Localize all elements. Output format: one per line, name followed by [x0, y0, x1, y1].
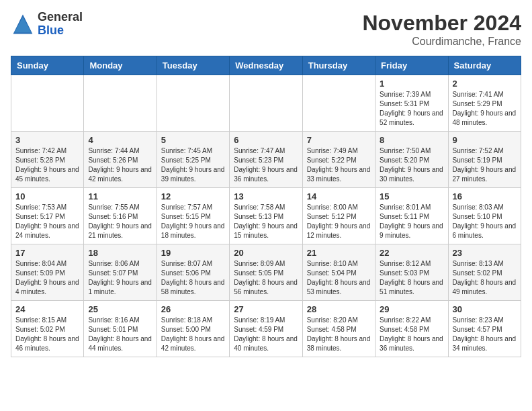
day-number: 1	[380, 79, 443, 89]
column-header-monday: Monday	[84, 56, 157, 75]
day-number: 6	[234, 135, 298, 145]
day-number: 20	[234, 248, 298, 258]
calendar-cell: 21Sunrise: 8:10 AM Sunset: 5:04 PM Dayli…	[302, 244, 375, 301]
day-info: Sunrise: 7:45 AM Sunset: 5:25 PM Dayligh…	[161, 146, 225, 184]
day-info: Sunrise: 8:16 AM Sunset: 5:01 PM Dayligh…	[88, 316, 152, 353]
column-header-tuesday: Tuesday	[157, 56, 229, 75]
day-number: 15	[380, 191, 443, 201]
calendar-cell: 24Sunrise: 8:15 AM Sunset: 5:02 PM Dayli…	[11, 301, 84, 357]
day-info: Sunrise: 8:15 AM Sunset: 5:02 PM Dayligh…	[15, 316, 79, 353]
calendar-week-4: 17Sunrise: 8:04 AM Sunset: 5:09 PM Dayli…	[11, 244, 521, 301]
calendar-week-2: 3Sunrise: 7:42 AM Sunset: 5:28 PM Daylig…	[11, 132, 521, 188]
calendar-cell: 1Sunrise: 7:39 AM Sunset: 5:31 PM Daylig…	[375, 75, 448, 132]
day-info: Sunrise: 8:23 AM Sunset: 4:57 PM Dayligh…	[453, 316, 517, 353]
day-number: 3	[15, 135, 79, 145]
calendar-week-3: 10Sunrise: 7:53 AM Sunset: 5:17 PM Dayli…	[11, 188, 521, 244]
calendar-week-5: 24Sunrise: 8:15 AM Sunset: 5:02 PM Dayli…	[11, 301, 521, 357]
day-number: 16	[453, 191, 517, 201]
day-number: 18	[88, 248, 152, 258]
calendar-cell: 22Sunrise: 8:12 AM Sunset: 5:03 PM Dayli…	[375, 244, 448, 301]
day-number: 14	[307, 191, 371, 201]
day-info: Sunrise: 8:19 AM Sunset: 4:59 PM Dayligh…	[234, 316, 298, 353]
calendar-week-1: 1Sunrise: 7:39 AM Sunset: 5:31 PM Daylig…	[11, 75, 521, 132]
day-info: Sunrise: 8:10 AM Sunset: 5:04 PM Dayligh…	[307, 259, 371, 297]
calendar-table: SundayMondayTuesdayWednesdayThursdayFrid…	[11, 56, 521, 357]
calendar-cell: 11Sunrise: 7:55 AM Sunset: 5:16 PM Dayli…	[84, 188, 157, 244]
day-number: 24	[15, 304, 79, 314]
calendar-cell: 9Sunrise: 7:52 AM Sunset: 5:19 PM Daylig…	[448, 132, 521, 188]
day-number: 11	[88, 191, 152, 201]
day-info: Sunrise: 7:50 AM Sunset: 5:20 PM Dayligh…	[380, 146, 443, 184]
calendar-cell: 30Sunrise: 8:23 AM Sunset: 4:57 PM Dayli…	[448, 301, 521, 357]
calendar-cell: 23Sunrise: 8:13 AM Sunset: 5:02 PM Dayli…	[448, 244, 521, 301]
calendar-cell: 19Sunrise: 8:07 AM Sunset: 5:06 PM Dayli…	[157, 244, 229, 301]
logo-icon	[11, 12, 35, 36]
logo-general: General	[38, 11, 83, 24]
day-info: Sunrise: 7:47 AM Sunset: 5:23 PM Dayligh…	[234, 146, 298, 184]
calendar-cell	[84, 75, 157, 132]
calendar-header-row: SundayMondayTuesdayWednesdayThursdayFrid…	[11, 56, 521, 75]
day-number: 12	[161, 191, 225, 201]
day-number: 10	[15, 191, 79, 201]
day-number: 4	[88, 135, 152, 145]
column-header-sunday: Sunday	[11, 56, 84, 75]
calendar-cell: 12Sunrise: 7:57 AM Sunset: 5:15 PM Dayli…	[157, 188, 229, 244]
column-header-friday: Friday	[375, 56, 448, 75]
calendar-cell: 18Sunrise: 8:06 AM Sunset: 5:07 PM Dayli…	[84, 244, 157, 301]
day-info: Sunrise: 8:06 AM Sunset: 5:07 PM Dayligh…	[88, 259, 152, 297]
day-number: 28	[307, 304, 371, 314]
calendar-cell: 16Sunrise: 8:03 AM Sunset: 5:10 PM Dayli…	[448, 188, 521, 244]
day-info: Sunrise: 8:13 AM Sunset: 5:02 PM Dayligh…	[453, 259, 517, 297]
day-info: Sunrise: 7:55 AM Sunset: 5:16 PM Dayligh…	[88, 203, 152, 240]
calendar-cell: 6Sunrise: 7:47 AM Sunset: 5:23 PM Daylig…	[230, 132, 302, 188]
calendar-cell	[157, 75, 229, 132]
day-info: Sunrise: 8:01 AM Sunset: 5:11 PM Dayligh…	[380, 203, 443, 240]
day-info: Sunrise: 8:18 AM Sunset: 5:00 PM Dayligh…	[161, 316, 225, 353]
title-block: November 2024 Courdimanche, France	[362, 11, 521, 48]
calendar-cell: 15Sunrise: 8:01 AM Sunset: 5:11 PM Dayli…	[375, 188, 448, 244]
calendar-cell	[230, 75, 302, 132]
calendar-cell: 28Sunrise: 8:20 AM Sunset: 4:58 PM Dayli…	[302, 301, 375, 357]
calendar-cell: 13Sunrise: 7:58 AM Sunset: 5:13 PM Dayli…	[230, 188, 302, 244]
calendar-cell: 14Sunrise: 8:00 AM Sunset: 5:12 PM Dayli…	[302, 188, 375, 244]
calendar-cell: 17Sunrise: 8:04 AM Sunset: 5:09 PM Dayli…	[11, 244, 84, 301]
column-header-saturday: Saturday	[448, 56, 521, 75]
calendar-cell: 4Sunrise: 7:44 AM Sunset: 5:26 PM Daylig…	[84, 132, 157, 188]
day-number: 13	[234, 191, 298, 201]
day-info: Sunrise: 7:57 AM Sunset: 5:15 PM Dayligh…	[161, 203, 225, 240]
day-number: 5	[161, 135, 225, 145]
logo-blue: Blue	[38, 24, 83, 38]
calendar-cell: 7Sunrise: 7:49 AM Sunset: 5:22 PM Daylig…	[302, 132, 375, 188]
day-number: 8	[380, 135, 443, 145]
day-number: 9	[453, 135, 517, 145]
logo: General Blue	[11, 11, 83, 38]
day-info: Sunrise: 8:09 AM Sunset: 5:05 PM Dayligh…	[234, 259, 298, 297]
calendar-cell: 26Sunrise: 8:18 AM Sunset: 5:00 PM Dayli…	[157, 301, 229, 357]
column-header-wednesday: Wednesday	[230, 56, 302, 75]
day-number: 7	[307, 135, 371, 145]
day-info: Sunrise: 8:12 AM Sunset: 5:03 PM Dayligh…	[380, 259, 443, 297]
calendar-cell: 5Sunrise: 7:45 AM Sunset: 5:25 PM Daylig…	[157, 132, 229, 188]
day-info: Sunrise: 7:41 AM Sunset: 5:29 PM Dayligh…	[453, 90, 517, 128]
day-number: 26	[161, 304, 225, 314]
day-info: Sunrise: 8:22 AM Sunset: 4:58 PM Dayligh…	[380, 316, 443, 353]
day-number: 17	[15, 248, 79, 258]
day-number: 29	[380, 304, 443, 314]
calendar-title: November 2024	[362, 11, 521, 36]
day-number: 19	[161, 248, 225, 258]
calendar-cell: 10Sunrise: 7:53 AM Sunset: 5:17 PM Dayli…	[11, 188, 84, 244]
day-info: Sunrise: 7:42 AM Sunset: 5:28 PM Dayligh…	[15, 146, 79, 184]
calendar-cell: 27Sunrise: 8:19 AM Sunset: 4:59 PM Dayli…	[230, 301, 302, 357]
day-info: Sunrise: 8:04 AM Sunset: 5:09 PM Dayligh…	[15, 259, 79, 297]
calendar-cell: 8Sunrise: 7:50 AM Sunset: 5:20 PM Daylig…	[375, 132, 448, 188]
logo-text: General Blue	[38, 11, 83, 38]
day-info: Sunrise: 8:20 AM Sunset: 4:58 PM Dayligh…	[307, 316, 371, 353]
day-info: Sunrise: 7:44 AM Sunset: 5:26 PM Dayligh…	[88, 146, 152, 184]
calendar-cell: 3Sunrise: 7:42 AM Sunset: 5:28 PM Daylig…	[11, 132, 84, 188]
calendar-cell	[302, 75, 375, 132]
calendar-cell	[11, 75, 84, 132]
calendar-cell: 20Sunrise: 8:09 AM Sunset: 5:05 PM Dayli…	[230, 244, 302, 301]
day-info: Sunrise: 7:52 AM Sunset: 5:19 PM Dayligh…	[453, 146, 517, 184]
day-info: Sunrise: 7:58 AM Sunset: 5:13 PM Dayligh…	[234, 203, 298, 240]
day-number: 30	[453, 304, 517, 314]
